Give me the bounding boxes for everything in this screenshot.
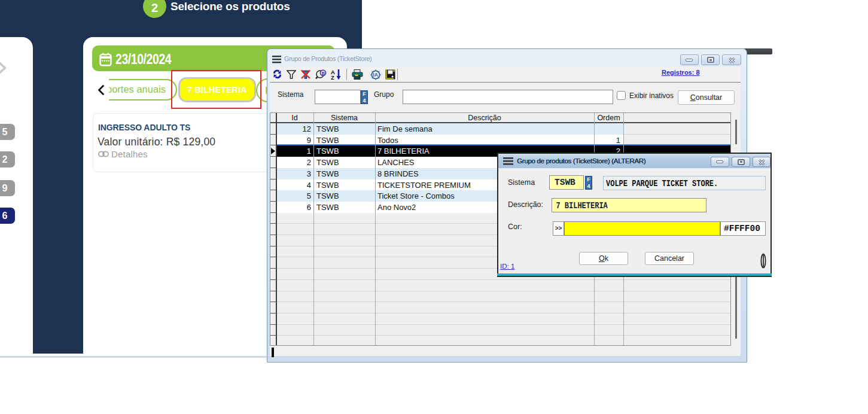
svg-text:IA: IA	[373, 72, 378, 78]
svg-text:Z: Z	[331, 74, 334, 80]
svg-text:n: n	[322, 70, 325, 76]
